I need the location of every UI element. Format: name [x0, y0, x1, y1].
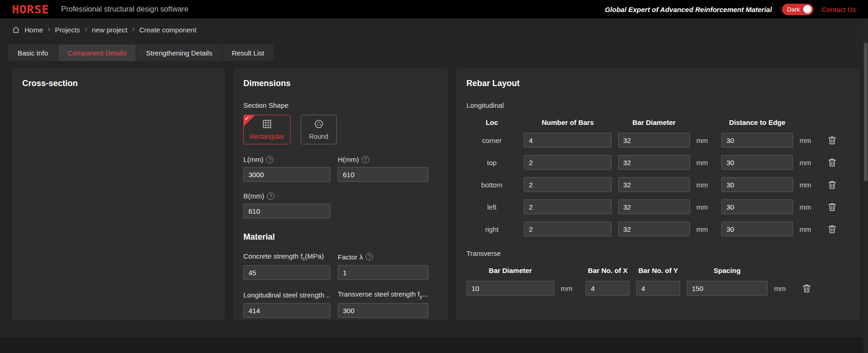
breadcrumb-item-create-component[interactable]: Create component	[139, 26, 196, 34]
longitudinal-section-label: Longitudinal	[466, 101, 849, 109]
delete-row-button[interactable]	[825, 202, 839, 212]
breadcrumb-separator: ›	[85, 25, 87, 34]
help-icon[interactable]: ?	[362, 156, 369, 163]
bar-diameter-input[interactable]	[618, 177, 690, 192]
cross-section-panel: Cross-section	[12, 68, 225, 320]
shape-rectangular-button[interactable]: ✓ Rectangular	[243, 115, 291, 144]
unit-mm-label: mm	[561, 285, 579, 292]
number-of-bars-input[interactable]	[524, 155, 612, 170]
number-of-bars-input[interactable]	[524, 222, 612, 236]
tab-bar: Basic Info Component Details Strengtheni…	[0, 41, 868, 61]
round-section-icon	[314, 119, 323, 130]
transverse-steel-strength-input[interactable]	[338, 303, 428, 318]
selected-check-icon: ✓	[245, 115, 249, 122]
tab-result-list[interactable]: Result List	[223, 44, 273, 61]
bar-no-x-input[interactable]	[586, 281, 630, 296]
rebar-layout-panel: Rebar Layout Longitudinal Loc Number of …	[456, 68, 860, 320]
col-header-bar-no-x: Bar No. of X	[586, 266, 630, 274]
transverse-row: mm mm	[466, 281, 849, 296]
shape-round-button[interactable]: Round	[301, 115, 337, 144]
col-header-bar-diameter: Bar Diameter	[618, 118, 690, 126]
bar-diameter-input[interactable]	[618, 155, 690, 170]
breadcrumb: Home › Projects › new project › Create c…	[0, 19, 868, 41]
col-header-spacing: Spacing	[687, 266, 768, 274]
unit-mm-label: mm	[800, 181, 818, 189]
breadcrumb-separator: ›	[132, 25, 135, 34]
unit-mm-label: mm	[696, 159, 715, 167]
unit-mm-label: mm	[800, 159, 818, 167]
home-icon[interactable]	[12, 26, 20, 34]
unit-mm-label: mm	[696, 225, 715, 233]
breadcrumb-item-projects[interactable]: Projects	[55, 26, 80, 34]
width-input[interactable]	[243, 204, 330, 218]
number-of-bars-input[interactable]	[524, 177, 612, 192]
delete-row-button[interactable]	[825, 224, 839, 235]
tab-component-details[interactable]: Component Details	[58, 44, 136, 61]
theme-toggle-label: Dark	[787, 6, 800, 13]
breadcrumb-item-new-project[interactable]: new project	[92, 26, 128, 34]
rectangular-section-icon	[262, 119, 272, 130]
number-of-bars-input[interactable]	[524, 133, 612, 148]
longitudinal-row-top: top mm mm	[466, 155, 849, 170]
distance-to-edge-input[interactable]	[721, 155, 793, 170]
bar-diameter-input[interactable]	[618, 222, 690, 236]
section-shape-selector: ✓ Rectangular Round	[243, 115, 438, 144]
delete-row-button[interactable]	[825, 157, 839, 168]
unit-mm-label: mm	[696, 136, 715, 144]
width-label: B(mm) ?	[243, 192, 438, 200]
app-tagline: Professional structural design software	[61, 5, 188, 13]
scrollbar-thumb[interactable]	[864, 43, 868, 181]
longitudinal-row-right: right mm mm	[466, 222, 849, 236]
rebar-layout-title: Rebar Layout	[466, 79, 849, 88]
contact-us-link[interactable]: Contact Us	[822, 6, 856, 13]
delete-row-button[interactable]	[825, 135, 839, 146]
row-loc-label: bottom	[466, 181, 517, 189]
transverse-table-header: Bar Diameter Bar No. of X Bar No. of Y S…	[466, 266, 849, 274]
transverse-bar-diameter-input[interactable]	[466, 281, 554, 296]
top-header: HORSE Professional structural design sof…	[0, 0, 868, 19]
breadcrumb-separator: ›	[48, 25, 50, 34]
col-header-bar-no-y: Bar No. of Y	[636, 266, 680, 274]
breadcrumb-item-home[interactable]: Home	[25, 26, 43, 34]
dimensions-title: Dimensions	[243, 79, 438, 88]
help-icon[interactable]: ?	[267, 192, 274, 200]
unit-mm-label: mm	[800, 136, 818, 144]
bar-diameter-input[interactable]	[618, 199, 690, 214]
number-of-bars-input[interactable]	[524, 199, 612, 214]
delete-row-button[interactable]	[799, 283, 814, 294]
concrete-strength-input[interactable]	[243, 265, 330, 280]
theme-toggle[interactable]: Dark	[782, 4, 813, 15]
height-label: H(mm) ?	[338, 155, 428, 163]
spacing-input[interactable]	[687, 281, 768, 296]
col-header-loc: Loc	[466, 118, 517, 126]
distance-to-edge-input[interactable]	[721, 133, 793, 148]
unit-mm-label: mm	[800, 225, 818, 233]
row-loc-label: right	[466, 225, 517, 233]
vertical-scrollbar[interactable]	[863, 19, 868, 353]
longitudinal-steel-strength-input[interactable]	[243, 303, 330, 318]
main-content: Cross-section Dimensions Section Shape ✓…	[0, 61, 868, 337]
unit-mm-label: mm	[696, 181, 715, 189]
distance-to-edge-input[interactable]	[721, 177, 793, 192]
factor-lambda-label: Factor λ ?	[338, 253, 428, 261]
bar-diameter-input[interactable]	[618, 133, 690, 148]
longitudinal-table-header: Loc Number of Bars Bar Diameter Distance…	[466, 118, 849, 126]
length-input[interactable]	[243, 167, 330, 182]
distance-to-edge-input[interactable]	[721, 222, 793, 236]
height-input[interactable]	[338, 167, 428, 182]
help-icon[interactable]: ?	[266, 156, 273, 163]
delete-row-button[interactable]	[825, 180, 839, 190]
row-loc-label: corner	[466, 136, 517, 144]
longitudinal-row-corner: corner mm mm	[466, 133, 849, 148]
unit-mm-label: mm	[696, 203, 715, 211]
tab-basic-info[interactable]: Basic Info	[8, 44, 57, 61]
help-icon[interactable]: ?	[366, 253, 373, 260]
rectangular-label: Rectangular	[249, 133, 285, 140]
bar-no-y-input[interactable]	[636, 281, 680, 296]
concrete-strength-label: Concrete strength fc(MPa)	[243, 252, 330, 261]
factor-lambda-input[interactable]	[338, 265, 428, 280]
tab-strengthening-details[interactable]: Strengthening Details	[136, 44, 221, 61]
unit-mm-label: mm	[774, 285, 793, 292]
brand-slogan: Global Expert of Advanced Reinforcement …	[605, 6, 772, 13]
distance-to-edge-input[interactable]	[721, 199, 793, 214]
